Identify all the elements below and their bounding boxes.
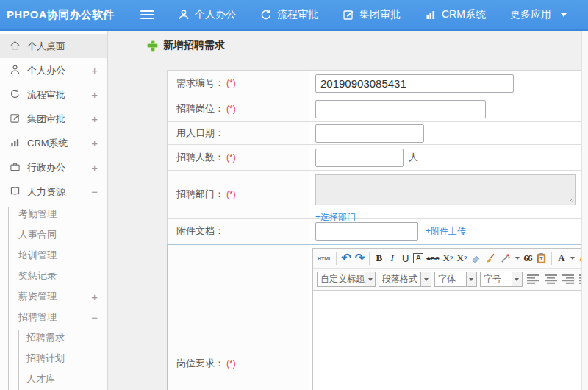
bar-chart-icon xyxy=(10,137,21,150)
process-icon xyxy=(10,88,21,102)
count-unit-label: 人 xyxy=(409,151,418,164)
app-title: PHPOA协同办公软件 xyxy=(0,8,140,22)
redo-icon[interactable] xyxy=(354,251,365,266)
strikethrough-button[interactable]: ABC xyxy=(426,251,440,266)
plus-icon xyxy=(148,41,157,51)
recruit-demand-form: 需求编号： (*) 招聘岗位： (*) 用人日期： xyxy=(167,70,581,390)
sidebar-item-talent-pool[interactable]: 人才库 xyxy=(0,369,107,389)
field-label-demand-no: 需求编号： (*) xyxy=(168,71,309,96)
autotypeset-button[interactable]: A xyxy=(413,253,423,263)
sidebar-item-attendance[interactable]: 考勤管理 xyxy=(0,204,107,224)
caret-down-icon xyxy=(365,272,375,286)
nav-more-apps[interactable]: 更多应用 xyxy=(510,8,567,21)
undo-icon[interactable] xyxy=(340,251,351,266)
sidebar-item-recruit-demand[interactable]: 招聘需求 xyxy=(0,327,107,348)
user-icon xyxy=(178,9,190,21)
form-row-date: 用人日期： xyxy=(168,122,581,145)
edit-icon xyxy=(343,9,354,21)
field-label-requirement: 岗位要求： (*) xyxy=(168,245,309,390)
position-input[interactable] xyxy=(315,100,486,118)
format-painter-icon[interactable] xyxy=(499,251,512,266)
resize-grip-icon[interactable] xyxy=(568,194,574,205)
eraser-icon[interactable] xyxy=(470,251,482,266)
form-row-dept: 招聘部门： (*) +选择部门 xyxy=(168,171,581,219)
caret-down-icon xyxy=(466,272,476,286)
format-brush-icon[interactable] xyxy=(484,251,497,266)
sidebar-item-crm[interactable]: CRM系统 + xyxy=(0,131,107,155)
bar-chart-icon xyxy=(425,9,437,21)
process-icon xyxy=(260,9,272,21)
upload-attachment-link[interactable]: +附件上传 xyxy=(426,225,466,238)
sidebar-item-hr[interactable]: 人力资源 − xyxy=(0,180,107,204)
sidebar-item-admin-office[interactable]: 行政办公 + xyxy=(0,155,107,180)
paragraph-format-dropdown[interactable]: 段落格式 xyxy=(379,272,431,287)
align-right-icon[interactable] xyxy=(562,272,575,287)
blockquote-button[interactable]: 66 xyxy=(522,251,533,266)
briefcase-icon xyxy=(10,161,21,174)
home-icon xyxy=(10,40,21,53)
page-title: 新增招聘需求 xyxy=(148,39,225,52)
nav-workflow-approval[interactable]: 流程审批 xyxy=(260,8,318,21)
sidebar-item-recruit-mgmt[interactable]: 招聘管理 − xyxy=(0,307,107,327)
form-row-count: 招聘人数： (*) 人 xyxy=(168,145,581,171)
caret-down-icon xyxy=(561,13,567,17)
font-color-button[interactable]: A xyxy=(556,251,567,266)
indent-guide xyxy=(8,207,9,390)
sidebar-item-recruit-plan[interactable]: 招聘计划 xyxy=(0,348,107,369)
nav-crm-system[interactable]: CRM系统 xyxy=(425,8,486,21)
align-center-icon[interactable] xyxy=(544,272,557,287)
attachment-input[interactable] xyxy=(315,222,418,241)
book-icon xyxy=(10,185,21,199)
custom-title-dropdown[interactable]: 自定义标题 xyxy=(317,272,376,287)
paste-text-icon[interactable]: T xyxy=(535,251,548,266)
sidebar-item-desktop[interactable]: 个人桌面 xyxy=(0,34,107,58)
caret-down-icon[interactable] xyxy=(570,257,575,260)
font-family-dropdown[interactable]: 字体 xyxy=(434,272,477,287)
sidebar-item-hr-contract[interactable]: 人事合同 xyxy=(0,224,107,245)
editor-content-area[interactable] xyxy=(313,290,588,390)
toolbar-separator xyxy=(369,252,370,265)
editor-toolbar-2: 自定义标题 段落格式 字体 字号 xyxy=(313,269,588,290)
html-source-button[interactable]: HTML xyxy=(317,251,332,266)
toolbar-separator xyxy=(336,252,337,265)
vertical-scrollbar[interactable] xyxy=(581,31,588,390)
subscript-button[interactable]: X2 xyxy=(456,251,468,266)
italic-button[interactable]: I xyxy=(387,251,398,266)
sidebar-item-group-approval[interactable]: 集团审批 + xyxy=(0,107,107,131)
bold-button[interactable]: B xyxy=(373,251,384,266)
superscript-button[interactable]: X2 xyxy=(442,251,454,266)
editor-toolbar-1: HTML B I U A ABC X2 X2 xyxy=(313,249,588,269)
form-row-requirement: 岗位要求： (*) HTML B I U A ABC xyxy=(168,244,581,390)
main-content: 新增招聘需求 需求编号： (*) 招聘岗位： (*) 用人日期： xyxy=(109,31,588,390)
required-mark: (*) xyxy=(226,358,236,369)
sidebar: 个人桌面 个人办公 + 流程审批 + 集团审批 + CRM系统 + 行政办公 + xyxy=(0,31,108,390)
nav-personal-office[interactable]: 个人办公 xyxy=(178,8,236,21)
demand-no-input[interactable] xyxy=(315,74,514,93)
field-label-date: 用人日期： xyxy=(168,122,309,144)
font-size-dropdown[interactable]: 字号 xyxy=(480,272,523,287)
align-left-icon[interactable] xyxy=(527,272,540,287)
sidebar-item-salary[interactable]: 薪资管理 + xyxy=(0,286,107,307)
form-row-position: 招聘岗位： (*) xyxy=(168,96,581,122)
required-mark: (*) xyxy=(226,78,236,88)
indent-guide xyxy=(18,330,19,390)
date-input[interactable] xyxy=(315,124,424,143)
count-input[interactable] xyxy=(315,149,404,167)
required-mark: (*) xyxy=(226,152,236,163)
user-icon xyxy=(10,64,21,77)
underline-button[interactable]: U xyxy=(400,251,411,266)
field-label-dept: 招聘部门： (*) xyxy=(168,171,309,218)
sidebar-item-workflow-approval[interactable]: 流程审批 + xyxy=(0,82,107,107)
edit-icon xyxy=(10,113,21,126)
caret-down-icon[interactable] xyxy=(515,257,520,260)
sidebar-item-personal-office[interactable]: 个人办公 + xyxy=(0,58,107,82)
field-label-count: 招聘人数： (*) xyxy=(168,145,309,170)
form-row-demand-no: 需求编号： (*) xyxy=(168,71,581,96)
sidebar-item-reward-punish[interactable]: 奖惩记录 xyxy=(0,266,107,286)
sidebar-item-training[interactable]: 培训管理 xyxy=(0,245,107,266)
dept-textarea[interactable] xyxy=(315,174,576,205)
required-mark: (*) xyxy=(226,189,236,199)
nav-group-approval[interactable]: 集团审批 xyxy=(343,8,401,21)
caret-down-icon xyxy=(420,272,431,286)
hamburger-menu-icon[interactable] xyxy=(140,10,154,19)
